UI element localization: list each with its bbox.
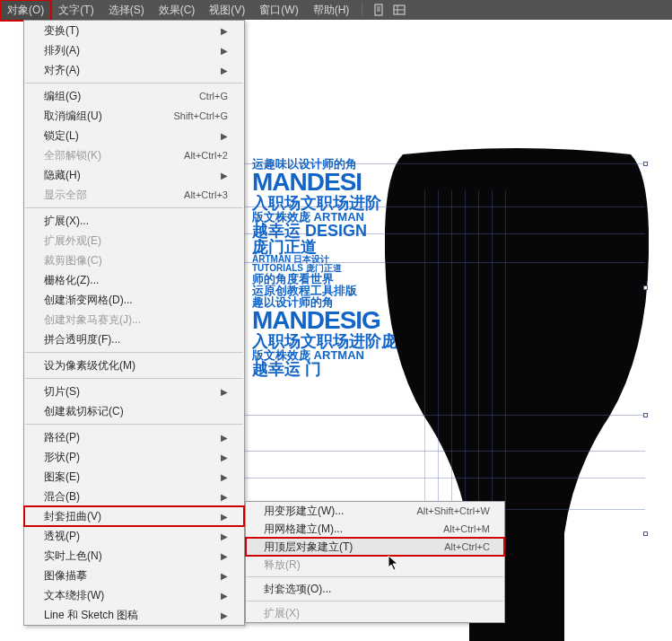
submenu-arrow-icon: ▶ xyxy=(221,171,228,180)
menu-perspective[interactable]: 透视(P)▶ xyxy=(24,526,244,546)
menu-hide[interactable]: 隐藏(H)▶ xyxy=(24,165,244,185)
menu-group[interactable]: 编组(G)Ctrl+G xyxy=(24,86,244,106)
submenu-arrow-icon: ▶ xyxy=(221,512,228,522)
sub-make-with-warp[interactable]: 用变形建立(W)...Alt+Shift+Ctrl+W xyxy=(246,502,504,520)
menu-path[interactable]: 路径(P)▶ xyxy=(24,427,244,447)
object-menu-dropdown: 变换(T)▶ 排列(A)▶ 对齐(A)▶ 编组(G)Ctrl+G 取消编组(U)… xyxy=(23,20,245,626)
menu-object[interactable]: 对象(O) xyxy=(0,0,51,21)
submenu-arrow-icon: ▶ xyxy=(221,387,228,397)
svg-rect-0 xyxy=(375,4,382,15)
menu-window[interactable]: 窗口(W) xyxy=(252,0,305,21)
menu-separator xyxy=(25,83,243,83)
submenu-arrow-icon: ▶ xyxy=(221,66,228,75)
submenu-arrow-icon: ▶ xyxy=(221,551,228,561)
menu-separator xyxy=(247,601,503,601)
menu-text-wrap[interactable]: 文本绕排(W)▶ xyxy=(24,585,244,605)
menu-slice[interactable]: 切片(S)▶ xyxy=(24,382,244,401)
submenu-arrow-icon: ▶ xyxy=(221,46,228,56)
menu-image-trace[interactable]: 图像描摹▶ xyxy=(24,566,244,585)
menu-separator xyxy=(25,378,243,379)
menu-show-all: 显示全部Alt+Ctrl+3 xyxy=(24,185,244,205)
menubar-separator xyxy=(362,4,362,16)
menu-object-mosaic: 创建对象马赛克(J)... xyxy=(24,310,244,329)
menu-blend[interactable]: 混合(B)▶ xyxy=(24,487,244,506)
submenu-arrow-icon: ▶ xyxy=(221,26,228,36)
menu-shape[interactable]: 形状(P)▶ xyxy=(24,447,244,467)
layout-icon[interactable] xyxy=(393,4,406,16)
menu-unlock-all: 全部解锁(K)Alt+Ctrl+2 xyxy=(24,145,244,165)
menu-arrange[interactable]: 排列(A)▶ xyxy=(24,40,244,60)
menu-view[interactable]: 视图(V) xyxy=(202,0,252,21)
menu-expand-appearance: 扩展外观(E) xyxy=(24,231,244,250)
menu-crop-image: 裁剪图像(C) xyxy=(24,250,244,270)
submenu-arrow-icon: ▶ xyxy=(221,492,228,502)
menu-text[interactable]: 文字(T) xyxy=(51,0,100,21)
menu-select[interactable]: 选择(S) xyxy=(101,0,152,21)
menu-separator xyxy=(247,576,503,577)
sub-make-with-mesh[interactable]: 用网格建立(M)...Alt+Ctrl+M xyxy=(246,520,504,538)
menubar-icons xyxy=(373,4,406,16)
menu-pixel-perfect[interactable]: 设为像素级优化(M) xyxy=(24,356,244,375)
menu-rasterize[interactable]: 栅格化(Z)... xyxy=(24,270,244,290)
menu-separator xyxy=(25,352,243,353)
submenu-arrow-icon: ▶ xyxy=(221,433,228,443)
menu-lock[interactable]: 锁定(L)▶ xyxy=(24,126,244,145)
menu-pattern[interactable]: 图案(E)▶ xyxy=(24,467,244,487)
menu-live-paint[interactable]: 实时上色(N)▶ xyxy=(24,546,244,566)
menu-effect[interactable]: 效果(C) xyxy=(152,0,203,21)
sub-release: 释放(R) xyxy=(246,556,504,574)
menu-expand[interactable]: 扩展(X)... xyxy=(24,211,244,231)
sub-envelope-options[interactable]: 封套选项(O)... xyxy=(246,580,504,598)
menu-separator xyxy=(25,207,243,208)
submenu-arrow-icon: ▶ xyxy=(221,591,228,601)
submenu-arrow-icon: ▶ xyxy=(221,452,228,462)
menu-transform[interactable]: 变换(T)▶ xyxy=(24,21,244,40)
submenu-arrow-icon: ▶ xyxy=(221,472,228,482)
submenu-arrow-icon: ▶ xyxy=(221,610,228,620)
sub-expand: 扩展(X) xyxy=(246,604,504,622)
menu-line-sketch[interactable]: Line 和 Sketch 图稿▶ xyxy=(24,605,244,625)
menu-envelope-distort[interactable]: 封套扭曲(V)▶ xyxy=(24,506,244,526)
menu-ungroup[interactable]: 取消编组(U)Shift+Ctrl+G xyxy=(24,106,244,126)
document-icon[interactable] xyxy=(373,4,386,16)
menu-separator xyxy=(25,424,243,425)
submenu-arrow-icon: ▶ xyxy=(221,131,228,141)
menu-align[interactable]: 对齐(A)▶ xyxy=(24,60,244,80)
sub-make-with-top-object[interactable]: 用顶层对象建立(T)Alt+Ctrl+C xyxy=(246,538,504,556)
envelope-distort-submenu: 用变形建立(W)...Alt+Shift+Ctrl+W 用网格建立(M)...A… xyxy=(245,501,505,623)
submenu-arrow-icon: ▶ xyxy=(221,571,228,581)
menu-flatten-transparency[interactable]: 拼合透明度(F)... xyxy=(24,329,244,349)
cursor-pointer-icon xyxy=(388,555,400,571)
submenu-arrow-icon: ▶ xyxy=(221,531,228,541)
menu-gradient-mesh[interactable]: 创建渐变网格(D)... xyxy=(24,290,244,310)
menubar: 对象(O) 文字(T) 选择(S) 效果(C) 视图(V) 窗口(W) 帮助(H… xyxy=(0,0,672,20)
menu-crop-marks[interactable]: 创建裁切标记(C) xyxy=(24,401,244,421)
menu-help[interactable]: 帮助(H) xyxy=(306,0,357,21)
